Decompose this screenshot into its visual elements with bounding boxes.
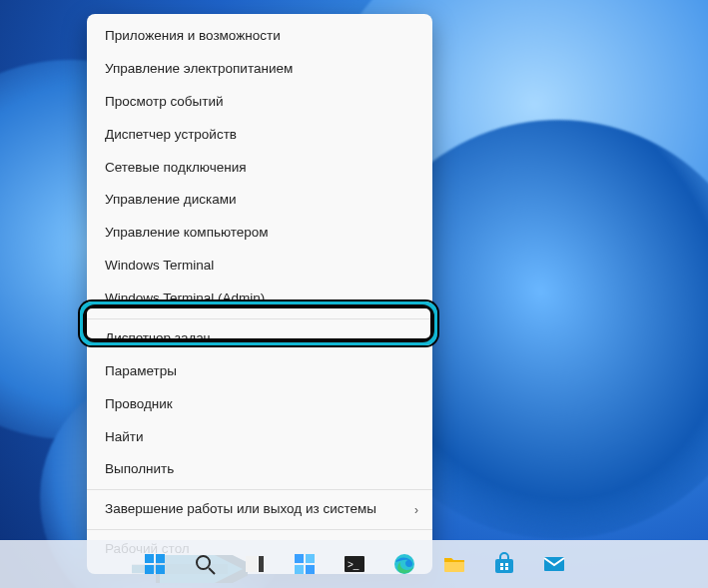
search-button[interactable] <box>191 550 219 578</box>
menu-item-label: Управление дисками <box>105 192 237 207</box>
menu-item-computer-management[interactable]: Управление компьютером <box>87 217 432 250</box>
menu-item-label: Windows Terminal <box>105 258 214 273</box>
store-button[interactable] <box>490 550 518 578</box>
mail-button[interactable] <box>540 550 568 578</box>
explorer-button[interactable] <box>440 550 468 578</box>
menu-item-file-explorer[interactable]: Проводник <box>87 388 432 421</box>
menu-item-disk-management[interactable]: Управление дисками <box>87 184 432 217</box>
mail-icon <box>542 552 566 576</box>
menu-item-event-viewer[interactable]: Просмотр событий <box>87 86 432 119</box>
edge-button[interactable] <box>390 550 418 578</box>
terminal-button[interactable]: >_ <box>341 550 368 578</box>
menu-separator <box>87 318 432 319</box>
menu-item-label: Проводник <box>105 396 173 411</box>
svg-text:>_: >_ <box>348 559 359 570</box>
widgets-button[interactable] <box>291 550 319 578</box>
menu-item-task-manager[interactable]: Диспетчер задач <box>87 322 432 355</box>
taskbar: >_ <box>0 540 708 588</box>
menu-item-apps-and-features[interactable]: Приложения и возможности <box>87 20 432 53</box>
menu-item-label: Сетевые подключения <box>105 160 247 175</box>
menu-separator <box>87 529 432 530</box>
winx-context-menu: Приложения и возможности Управление элек… <box>87 14 432 574</box>
menu-item-windows-terminal[interactable]: Windows Terminal <box>87 250 432 283</box>
svg-rect-15 <box>306 565 315 574</box>
menu-item-shutdown-or-signout[interactable]: Завершение работы или выход из системы › <box>87 493 432 526</box>
svg-rect-4 <box>145 565 154 574</box>
menu-item-label: Завершение работы или выход из системы <box>105 501 376 516</box>
menu-item-settings[interactable]: Параметры <box>87 355 432 388</box>
svg-rect-13 <box>306 554 315 563</box>
svg-rect-23 <box>505 567 508 570</box>
menu-item-label: Windows Terminal (Admin) <box>105 291 265 305</box>
task-view-button[interactable] <box>241 550 269 578</box>
menu-item-device-manager[interactable]: Диспетчер устройств <box>87 119 432 152</box>
svg-rect-20 <box>500 563 503 566</box>
chevron-right-icon: › <box>414 502 418 517</box>
svg-rect-12 <box>295 554 304 563</box>
svg-rect-2 <box>145 554 154 563</box>
menu-item-label: Диспетчер устройств <box>105 127 237 142</box>
menu-item-run[interactable]: Выполнить <box>87 453 432 486</box>
menu-separator <box>87 489 432 490</box>
menu-item-label: Управление компьютером <box>105 225 269 240</box>
svg-rect-21 <box>505 563 508 566</box>
start-button[interactable] <box>141 550 169 578</box>
store-icon <box>492 552 516 576</box>
svg-rect-22 <box>500 567 503 570</box>
menu-item-power-options[interactable]: Управление электропитанием <box>87 53 432 86</box>
svg-rect-10 <box>259 556 264 572</box>
svg-rect-14 <box>295 565 304 574</box>
taskview-icon <box>243 552 267 576</box>
menu-item-label: Просмотр событий <box>105 94 224 109</box>
menu-item-label: Найти <box>105 429 144 444</box>
menu-item-label: Приложения и возможности <box>105 28 281 43</box>
svg-rect-11 <box>246 556 258 572</box>
svg-line-7 <box>209 568 215 574</box>
folder-icon <box>442 552 466 576</box>
windows-icon <box>143 552 167 576</box>
desktop: Приложения и возможности Управление элек… <box>0 0 708 588</box>
menu-item-search[interactable]: Найти <box>87 421 432 454</box>
svg-rect-19 <box>495 559 513 573</box>
edge-icon <box>392 552 416 576</box>
menu-item-label: Параметры <box>105 363 177 378</box>
menu-item-windows-terminal-admin[interactable]: Windows Terminal (Admin) <box>87 283 432 315</box>
svg-point-6 <box>197 556 210 569</box>
svg-rect-5 <box>156 565 165 574</box>
terminal-icon: >_ <box>343 552 366 576</box>
menu-item-label: Выполнить <box>105 461 174 476</box>
widgets-icon <box>293 552 317 576</box>
search-icon <box>193 552 217 576</box>
menu-item-network-connections[interactable]: Сетевые подключения <box>87 152 432 185</box>
svg-rect-3 <box>156 554 165 563</box>
menu-item-label: Управление электропитанием <box>105 61 293 76</box>
menu-item-label: Диспетчер задач <box>105 330 211 345</box>
